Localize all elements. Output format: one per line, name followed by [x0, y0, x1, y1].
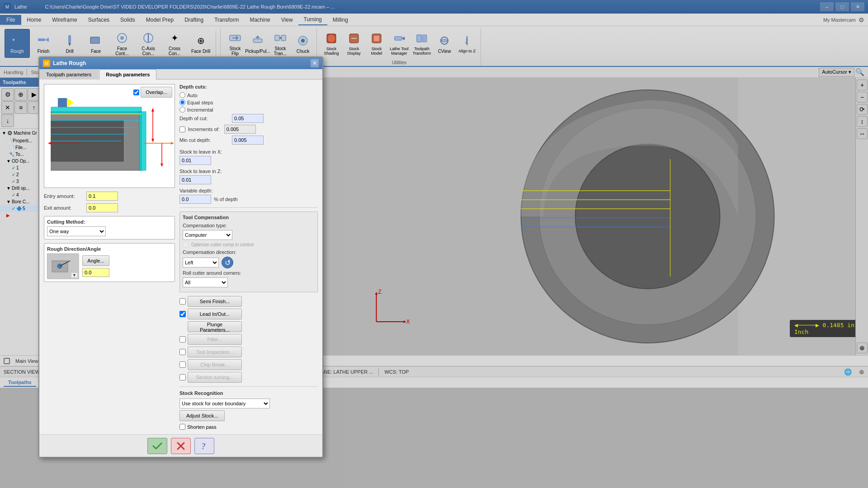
- variable-depth-input[interactable]: [179, 195, 211, 204]
- cancel-button[interactable]: [171, 438, 191, 454]
- plunge-btn[interactable]: Plunge Parameters...: [188, 321, 242, 332]
- filter-btn[interactable]: Filter...: [188, 334, 242, 345]
- angle-button[interactable]: Angle...: [82, 255, 109, 266]
- radio-equal-row: Equal steps: [179, 99, 318, 105]
- lead-in-out-checkbox[interactable]: [179, 311, 186, 317]
- comp-select-row: Computer Control Wear: [183, 230, 315, 240]
- increments-input[interactable]: [224, 125, 256, 134]
- plunge-row: Plunge Parameters...: [179, 321, 318, 332]
- entry-row: Entry amount:: [44, 192, 175, 201]
- semi-finish-btn[interactable]: Semi Finish...: [188, 296, 242, 307]
- stock-leave-z-input[interactable]: [179, 175, 211, 184]
- tool-comp-title: Tool Compensation: [183, 215, 315, 220]
- ok-button[interactable]: [147, 438, 167, 454]
- increments-of-row: Increments of:: [179, 125, 318, 134]
- comp-dir-btn[interactable]: ↺: [222, 257, 233, 268]
- angle-value-input[interactable]: [82, 268, 109, 277]
- modal-dialog: M Lathe Rough ✕ Toolpath parameters Roug…: [38, 56, 323, 458]
- radio-incremental[interactable]: [179, 107, 185, 113]
- tool-inspection-checkbox[interactable]: [179, 349, 186, 355]
- direction-dropdown-btn[interactable]: ▼: [71, 273, 77, 277]
- overlap-button[interactable]: Overlap...: [141, 87, 172, 98]
- stock-recog-select[interactable]: Use stock for outer boundary Disable sto…: [179, 399, 270, 408]
- depth-of-cut-input[interactable]: [232, 114, 264, 123]
- tool-inspection-btn[interactable]: Tool Inspection...: [188, 347, 242, 357]
- roll-select-row: All None Sharp corners: [183, 277, 315, 287]
- optimize-cutter-row: Optimize cutter comp in control: [183, 242, 315, 248]
- rough-dir-label: Rough Direction/Angle: [47, 246, 172, 252]
- min-cut-depth-input[interactable]: [232, 136, 264, 145]
- depth-of-cut-label: Depth of cut:: [179, 116, 229, 121]
- shorten-pass-label: Shorten pass: [187, 424, 217, 430]
- filter-row: Filter...: [179, 334, 318, 345]
- modal-title: Lathe Rough: [53, 60, 311, 66]
- chip-break-btn[interactable]: Chip Break...: [188, 359, 242, 370]
- entry-amount-input[interactable]: [86, 192, 118, 201]
- angle-controls: Angle...: [82, 255, 109, 277]
- semi-finish-checkbox[interactable]: [179, 298, 186, 305]
- chip-break-row: Chip Break...: [179, 359, 318, 370]
- svg-text:?: ?: [201, 442, 205, 451]
- radio-auto[interactable]: [179, 92, 185, 98]
- stock-leave-z-group: Stock to leave in Z:: [179, 169, 318, 184]
- modal-overlay: M Lathe Rough ✕ Toolpath parameters Roug…: [0, 0, 868, 488]
- entry-label: Entry amount:: [44, 193, 85, 199]
- diagram-area: Overlap... Entry amount: Exit amount:: [44, 84, 175, 430]
- svg-rect-52: [51, 107, 142, 114]
- comp-type-row: Compensation type:: [183, 223, 315, 228]
- exit-amount-input[interactable]: [86, 203, 118, 212]
- modal-tabs: Toolpath parameters Rough parameters: [39, 69, 322, 80]
- variable-depth-label: Variable depth:: [179, 188, 318, 193]
- lead-in-out-btn[interactable]: Lead In/Out...: [188, 309, 242, 319]
- semi-finish-row: Semi Finish...: [179, 296, 318, 307]
- stock-leave-x-group: Stock to leave in X:: [179, 149, 318, 165]
- toolpath-diagram-svg: [44, 84, 175, 188]
- section-turning-btn[interactable]: Section turning...: [188, 372, 242, 383]
- roll-cutter-row: Roll cutter around corners:: [183, 270, 315, 276]
- increments-label: Increments of:: [188, 127, 220, 132]
- tool-inspection-row: Tool Inspection...: [179, 347, 318, 357]
- stock-recog-title: Stock Recognition: [179, 390, 318, 396]
- svg-rect-68: [58, 98, 67, 107]
- diagram-canvas: Overlap...: [44, 84, 175, 188]
- variable-depth-row: % of depth: [179, 195, 318, 204]
- section-turning-row: Section turning...: [179, 372, 318, 383]
- pct-label: % of depth: [214, 197, 238, 202]
- shorten-pass-row: Shorten pass: [179, 424, 318, 430]
- min-cut-depth-label: Min cut depth:: [179, 137, 229, 143]
- roll-cutter-select[interactable]: All None Sharp corners: [183, 277, 228, 287]
- cutting-method-select[interactable]: One way Zigzag Back and forth: [47, 226, 106, 236]
- comp-type-select[interactable]: Computer Control Wear: [183, 230, 232, 240]
- filter-checkbox[interactable]: [179, 336, 186, 343]
- chip-break-checkbox[interactable]: [179, 361, 186, 368]
- tool-compensation-group: Tool Compensation Compensation type: Com…: [179, 211, 318, 292]
- comp-dir-select[interactable]: Left Right: [183, 258, 219, 267]
- radio-auto-row: Auto: [179, 92, 318, 98]
- help-button[interactable]: ?: [194, 438, 214, 454]
- shorten-pass-checkbox[interactable]: [179, 424, 185, 430]
- increments-of-group: Increments of:: [179, 127, 220, 132]
- adjust-stock-btn[interactable]: Adjust Stock...: [179, 410, 225, 421]
- radio-equal-label: Equal steps: [187, 100, 213, 105]
- radio-equal-steps[interactable]: [179, 99, 185, 105]
- modal-icon: M: [43, 60, 50, 67]
- section-turning-checkbox[interactable]: [179, 374, 186, 380]
- comp-dir-select-row: Left Right ↺: [183, 257, 315, 268]
- modal-title-bar: M Lathe Rough ✕: [39, 57, 322, 69]
- optimize-cutter-checkbox[interactable]: [183, 242, 189, 248]
- overlap-checkbox[interactable]: [133, 89, 139, 95]
- stock-recognition-group: Stock Recognition Use stock for outer bo…: [179, 386, 318, 421]
- modal-close-button[interactable]: ✕: [311, 59, 319, 67]
- depth-cuts-group: Depth cuts: Auto Equal steps Incremental: [179, 84, 318, 145]
- modal-tab-rough[interactable]: Rough parameters: [99, 69, 156, 80]
- increments-checkbox[interactable]: [179, 127, 185, 132]
- direction-preview[interactable]: ▼: [47, 253, 79, 279]
- stock-leave-z-label: Stock to leave in Z:: [179, 169, 318, 174]
- cutting-method-label: Cutting Method:: [47, 219, 172, 225]
- separator-line: [179, 207, 318, 208]
- comp-type-label: Compensation type:: [183, 223, 227, 228]
- modal-tab-toolpath[interactable]: Toolpath parameters: [39, 69, 98, 80]
- rough-direction-group: Rough Direction/Angle ▼: [44, 243, 175, 282]
- modal-footer: ?: [39, 434, 322, 457]
- stock-leave-x-input[interactable]: [179, 156, 211, 165]
